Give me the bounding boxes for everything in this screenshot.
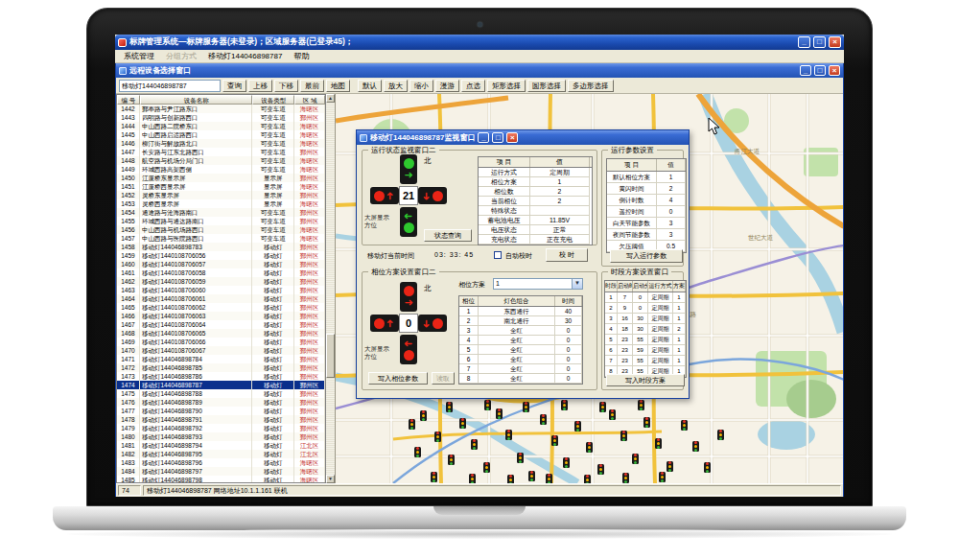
device-table-scrollbar[interactable]: ▲ ▼ [326, 94, 335, 483]
table-row[interactable]: 1451江厦桥西显示屏显示屏海曙区 [117, 182, 325, 191]
table-row[interactable]: 1475移动灯144046898788移动灯鄞州区 [117, 389, 325, 398]
child-minimize-button[interactable]: _ [800, 65, 811, 76]
table-row[interactable]: 5全红0 [459, 345, 582, 355]
table-row[interactable]: 41830定周期2 [605, 324, 686, 335]
traffic-signal-icon[interactable] [655, 438, 662, 449]
table-row[interactable]: 1458移动灯144046898783移动灯鄞州区 [117, 243, 325, 251]
table-row[interactable]: 1482移动灯144046898795移动灯江北区 [117, 450, 325, 458]
traffic-signal-icon[interactable] [659, 472, 666, 482]
dialog-close-button[interactable]: × [506, 132, 518, 143]
traffic-signal-icon[interactable] [667, 461, 673, 472]
device-search-input[interactable]: 移动灯144046898787 [119, 80, 221, 92]
table-row[interactable]: 1460移动灯1440108706057移动灯鄞州区 [117, 260, 325, 268]
dialog-maximize-button[interactable]: □ [492, 132, 503, 143]
table-row[interactable]: 相位方案1 [479, 177, 592, 187]
table-row[interactable]: 290定周期1 [605, 303, 686, 314]
table-row[interactable]: 1449环城西路高架西侧可变车道海曙区 [117, 165, 325, 174]
table-row[interactable]: 1461移动灯1440108706058移动灯鄞州区 [117, 268, 325, 277]
zoom-in-button[interactable]: 放大 [384, 80, 408, 92]
traffic-signal-icon[interactable] [528, 471, 535, 481]
header-region[interactable]: 区 域 [294, 95, 325, 105]
query-button[interactable]: 查询 [222, 80, 246, 92]
table-row[interactable]: 1471移动灯144046898784移动灯鄞州区 [117, 355, 325, 363]
read-phase-button[interactable]: 读取 [432, 372, 455, 385]
table-row[interactable]: 运行方式定周期 [479, 168, 592, 177]
menu-system[interactable]: 系统管理 [119, 51, 159, 61]
table-row[interactable]: 1452灵桥东显示屏显示屏鄞州区 [117, 191, 325, 199]
table-row[interactable]: 1469移动灯1440108706066移动灯鄞州区 [117, 338, 325, 346]
move-top-button[interactable]: 最前 [300, 80, 324, 92]
pan-button[interactable]: 漫游 [435, 80, 459, 92]
table-row[interactable]: 1466移动灯1440108706063移动灯鄞州区 [117, 312, 325, 320]
traffic-signal-icon[interactable] [704, 462, 711, 473]
write-run-params-button[interactable]: 写入运行参数 [610, 249, 683, 263]
table-row[interactable]: 1465移动灯1440108706062移动灯鄞州区 [117, 303, 325, 312]
traffic-signal-icon[interactable] [692, 441, 699, 452]
time-sync-button[interactable]: 校 时 [546, 248, 588, 262]
dialog-minimize-button[interactable]: _ [478, 132, 489, 143]
table-row[interactable]: 4全红0 [459, 336, 582, 345]
traffic-signal-icon[interactable] [471, 439, 478, 450]
traffic-signal-icon[interactable] [420, 410, 427, 421]
table-row[interactable]: 1484移动灯144046898797移动灯海曙区 [117, 467, 325, 476]
table-row[interactable]: 1443四明路与创新路西口可变车道鄞州区 [117, 113, 325, 122]
table-row[interactable]: 1462移动灯1440108706059移动灯鄞州区 [117, 277, 325, 286]
table-row[interactable]: 1474移动灯144046898787移动灯鄞州区 [117, 381, 325, 389]
traffic-signal-icon[interactable] [540, 414, 547, 425]
table-row[interactable]: 1480移动灯144046898793移动灯鄞州区 [117, 432, 325, 441]
table-row[interactable]: 8全红0 [459, 374, 582, 384]
table-row[interactable]: 62359定周期1 [605, 345, 686, 356]
table-row[interactable]: 3全红0 [459, 326, 582, 336]
traffic-signal-icon[interactable] [496, 408, 503, 419]
table-row[interactable]: 1456中山西路与机场路西口可变车道海曙区 [117, 225, 325, 234]
table-row[interactable]: 白天节能参数3 [607, 218, 686, 229]
header-id[interactable]: 编 号 [117, 95, 140, 105]
table-row[interactable]: 7全红0 [459, 364, 582, 374]
table-row[interactable]: 1467移动灯1440108706064移动灯鄞州区 [117, 320, 325, 329]
table-row[interactable]: 相位数2 [479, 187, 592, 197]
traffic-signal-icon[interactable] [584, 475, 591, 483]
zoom-out-button[interactable]: 缩小 [409, 80, 433, 92]
scroll-thumb[interactable] [326, 334, 335, 378]
child-maximize-button[interactable]: □ [814, 65, 826, 76]
table-row[interactable]: 72355定周期1 [605, 356, 686, 366]
traffic-signal-icon[interactable] [507, 475, 514, 483]
traffic-signal-icon[interactable] [523, 402, 529, 412]
traffic-signal-icon[interactable] [717, 430, 724, 440]
traffic-signal-icon[interactable] [632, 454, 639, 464]
table-row[interactable]: 1485移动灯144046898798移动灯海曙区 [117, 476, 325, 483]
table-row[interactable]: 1470移动灯1440108706067移动灯鄞州区 [117, 346, 325, 355]
table-row[interactable]: 52355定周期1 [605, 335, 686, 345]
table-row[interactable]: 倒计时数4 [607, 195, 686, 206]
traffic-signal-icon[interactable] [517, 453, 524, 463]
table-row[interactable]: 170定周期1 [605, 292, 686, 303]
traffic-signal-icon[interactable] [469, 474, 476, 483]
traffic-signal-icon[interactable] [459, 418, 466, 429]
traffic-signal-icon[interactable] [431, 472, 437, 482]
table-row[interactable]: 默认相位方案1 [607, 172, 686, 183]
write-phase-params-button[interactable]: 写入相位参数 [368, 372, 428, 385]
table-row[interactable]: 31630定周期1 [605, 314, 686, 324]
table-row[interactable]: 1468移动灯1440108706065移动灯鄞州区 [117, 329, 325, 338]
table-row[interactable]: 1473移动灯144046898786移动灯鄞州区 [117, 372, 325, 381]
table-row[interactable]: 1444中山西路二院桥东口可变车道海曙区 [117, 122, 325, 130]
table-row[interactable]: 1479移动灯144046898792移动灯鄞州区 [117, 424, 325, 432]
app-close-button[interactable]: × [829, 36, 841, 48]
rect-select-button[interactable]: 矩形选择 [487, 80, 526, 92]
table-row[interactable]: 2南北通行30 [459, 316, 582, 326]
menu-current-device[interactable]: 移动灯144046898787 [203, 51, 287, 61]
status-query-button[interactable]: 状态查询 [424, 229, 472, 242]
table-row[interactable]: 1483移动灯144046898796移动灯海曙区 [117, 458, 325, 467]
map-button[interactable]: 地图 [326, 80, 350, 92]
table-row[interactable]: 1476移动灯144046898789移动灯鄞州区 [117, 398, 325, 407]
traffic-signal-icon[interactable] [609, 409, 616, 420]
child-close-button[interactable]: × [829, 65, 840, 76]
table-row[interactable]: 1457中山西路与医院路西口可变车道海曙区 [117, 234, 325, 243]
chevron-down-icon[interactable]: ▼ [572, 279, 582, 289]
table-row[interactable]: 1446柳汀街与解放路北口可变车道海曙区 [117, 139, 325, 148]
table-row[interactable]: 夜间节能参数3 [607, 229, 686, 241]
traffic-signal-icon[interactable] [643, 417, 650, 428]
table-row[interactable]: 6全红0 [459, 355, 582, 364]
polygon-select-button[interactable]: 多边形选择 [568, 80, 614, 92]
app-maximize-button[interactable]: □ [813, 36, 826, 48]
